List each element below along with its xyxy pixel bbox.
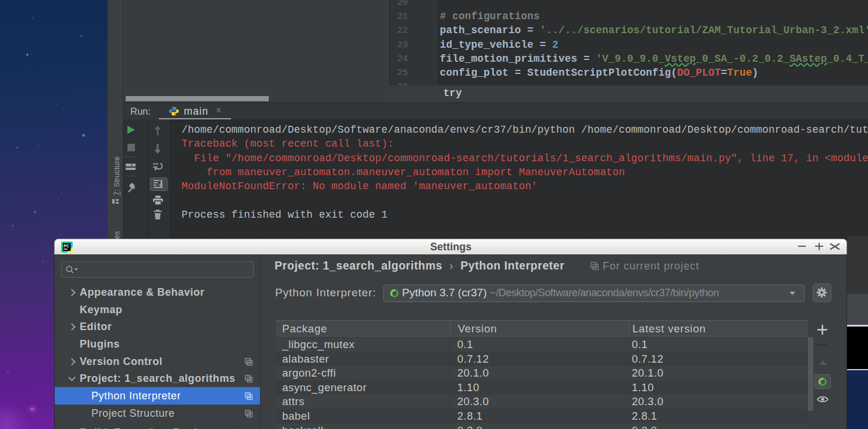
- svg-text:PC: PC: [63, 244, 69, 248]
